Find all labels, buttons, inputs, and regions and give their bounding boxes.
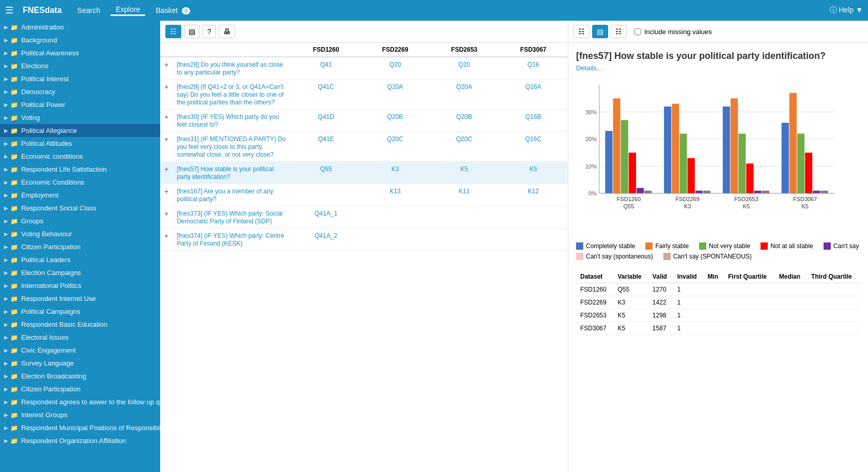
variable-code[interactable]: K5 xyxy=(460,165,468,173)
variable-code[interactable]: Q16 xyxy=(528,61,539,68)
question-link[interactable]: [fnes31] (IF MENTIONED A PARTY) Do you f… xyxy=(177,135,286,158)
sidebar-item-interest-groups[interactable]: ▶ 📁 Interest Groups xyxy=(0,408,160,421)
variable-code[interactable]: Q20A xyxy=(456,83,472,90)
sidebar-item-employment[interactable]: ▶ 📁 Employment xyxy=(0,189,160,202)
question-link[interactable]: [fnes373] (IF YES) Which party: Social D… xyxy=(177,210,283,225)
right-chart-btn[interactable]: ▤ xyxy=(592,25,608,38)
table-row[interactable]: +[fnes30] (IF YES) Which party do you fe… xyxy=(160,110,568,132)
sidebar-item-social-class[interactable]: ▶ 📁 Respondent Social Class xyxy=(0,202,160,215)
sidebar-item-political-power[interactable]: ▶ 📁 Political Power xyxy=(0,98,160,111)
question-link[interactable]: [fnes28] Do you think yourself as close … xyxy=(177,61,283,76)
sidebar-item-administration[interactable]: ▶ 📁 Administration xyxy=(0,21,160,34)
sidebar-item-political-interest[interactable]: ▶ 📁 Political Interest xyxy=(0,72,160,85)
variable-code[interactable]: Q20 xyxy=(389,61,401,68)
variable-code[interactable]: Q20B xyxy=(456,113,472,120)
table-row[interactable]: +[fnes374] (IF YES) Which party: Centre … xyxy=(160,229,568,251)
variable-code[interactable]: Q20B xyxy=(387,113,403,120)
expand-row-btn[interactable]: + xyxy=(164,135,168,143)
table-row[interactable]: +[fnes29] (If Q41=2 or 3, or Q41A=Can't … xyxy=(160,80,568,110)
right-grid-btn[interactable]: ☷ xyxy=(611,25,627,38)
sidebar-item-elections[interactable]: ▶ 📁 Elections xyxy=(0,59,160,72)
variable-code[interactable]: Q16B xyxy=(525,113,541,120)
question-link[interactable]: [fnes167] Are you a member of any politi… xyxy=(177,188,273,203)
sidebar-item-election-campaigns[interactable]: ▶ 📁 Election Campaigns xyxy=(0,266,160,279)
export-btn[interactable]: 🖶 xyxy=(219,25,235,38)
sidebar-item-respondent-agrees[interactable]: ▶ 📁 Respondent agrees to aswer to the fo… xyxy=(0,395,160,408)
sidebar-item-political-leaders[interactable]: ▶ 📁 Political Leaders xyxy=(0,253,160,266)
include-missing-checkbox[interactable] xyxy=(634,28,641,35)
include-missing-label[interactable]: Include missing values xyxy=(634,28,712,36)
help-link[interactable]: ⓘ Help ▼ xyxy=(830,6,863,14)
sidebar-item-political-allegiance[interactable]: ▶ 📁 Political Allegiance xyxy=(0,124,160,137)
variable-code[interactable]: Q20A xyxy=(387,83,403,90)
sidebar-item-life-satisfaction[interactable]: ▶ 📁 Respondent Life Satisfaction xyxy=(0,163,160,176)
sidebar-item-internet-use[interactable]: ▶ 📁 Respondent Internet Use xyxy=(0,292,160,305)
chart-view-btn[interactable]: ▤ xyxy=(184,25,200,38)
question-link[interactable]: [fnes29] (If Q41=2 or 3, or Q41A=Can't s… xyxy=(177,83,284,106)
variable-code[interactable]: Q16C xyxy=(525,135,541,143)
table-row[interactable]: +[fnes167] Are you a member of any polit… xyxy=(160,184,568,206)
sidebar-item-political-awareness[interactable]: ▶ 📁 Political Awareness xyxy=(0,47,160,59)
variable-code[interactable]: K12 xyxy=(528,188,538,195)
variable-code[interactable]: Q41D xyxy=(318,113,334,120)
sidebar-item-survey-language[interactable]: ▶ 📁 Survey Language xyxy=(0,357,160,370)
question-link[interactable]: [fnes57] How stable is your political pa… xyxy=(177,165,273,180)
variable-code[interactable]: Q41C xyxy=(318,83,334,90)
expand-row-btn[interactable]: + xyxy=(164,209,168,218)
sidebar-item-voting-behaviour[interactable]: ▶ 📁 Voting Behaviour xyxy=(0,227,160,240)
sidebar-item-economic-conditions-2[interactable]: ▶ 📁 Economic Conditions xyxy=(0,176,160,189)
variable-code[interactable]: K13 xyxy=(390,188,400,195)
variable-code[interactable]: Q20C xyxy=(387,135,403,143)
variable-code[interactable]: K3 xyxy=(391,165,399,173)
table-row[interactable]: +[fnes373] (IF YES) Which party: Social … xyxy=(160,206,568,229)
sidebar-item-basic-education[interactable]: ▶ 📁 Respondent Basic Education xyxy=(0,318,160,331)
table-view-btn[interactable]: ☷ xyxy=(165,25,181,38)
expand-row-btn[interactable]: + xyxy=(164,187,168,195)
nav-explore[interactable]: Explore xyxy=(111,5,145,16)
hamburger-icon[interactable]: ☰ xyxy=(5,5,13,16)
question-link[interactable]: [fnes30] (IF YES) Which party do you fee… xyxy=(177,113,279,128)
variable-code[interactable]: Q20 xyxy=(458,61,470,68)
sidebar-item-groups[interactable]: ▶ 📁 Groups xyxy=(0,215,160,227)
nav-basket[interactable]: Basket 0 xyxy=(150,4,195,17)
sidebar-item-election-broadcasting[interactable]: ▶ 📁 Election Broadcasting xyxy=(0,370,160,383)
sidebar-item-label: Election Campaigns xyxy=(21,269,81,277)
table-row[interactable]: +[fnes57] How stable is your political p… xyxy=(160,162,568,184)
sidebar-item-economic-conditions-1[interactable]: ▶ 📁 Economic conditions xyxy=(0,150,160,163)
table-row[interactable]: +[fnes31] (IF MENTIONED A PARTY) Do you … xyxy=(160,132,568,162)
expand-icon: ▶ xyxy=(4,24,8,30)
sidebar-item-organization-affiliation[interactable]: ▶ 📁 Respondent Organization Affiliation xyxy=(0,434,160,447)
sidebar-item-citizen-participation-2[interactable]: ▶ 📁 Citizen Participation xyxy=(0,383,160,395)
variable-code[interactable]: K5 xyxy=(530,165,537,173)
expand-row-btn[interactable]: + xyxy=(164,60,168,69)
sidebar-item-political-campaigns[interactable]: ▶ 📁 Political Campaigns xyxy=(0,305,160,318)
sidebar-item-international-politics[interactable]: ▶ 📁 International Politics xyxy=(0,279,160,292)
table-row[interactable]: +[fnes28] Do you think yourself as close… xyxy=(160,57,568,80)
sidebar-item-electoral-issues[interactable]: ▶ 📁 Electoral Issues xyxy=(0,331,160,344)
variable-code[interactable]: K11 xyxy=(459,188,470,195)
sidebar-item-citizen-participation-1[interactable]: ▶ 📁 Citizen Participation xyxy=(0,240,160,253)
sidebar-item-civic-engagement[interactable]: ▶ 📁 Civic Engagement xyxy=(0,344,160,357)
nav-search[interactable]: Search xyxy=(72,6,105,14)
sidebar-item-municipal-positions[interactable]: ▶ 📁 Respondent Municipal Positions of Re… xyxy=(0,421,160,434)
help-btn[interactable]: ? xyxy=(203,25,216,38)
expand-row-btn[interactable]: + xyxy=(164,83,168,91)
sidebar-item-voting[interactable]: ▶ 📁 Voting xyxy=(0,111,160,124)
svg-text:Q55: Q55 xyxy=(623,203,634,209)
variable-code[interactable]: Q55 xyxy=(320,165,332,173)
variable-code[interactable]: Q20C xyxy=(456,135,472,143)
expand-row-btn[interactable]: + xyxy=(164,165,168,173)
sidebar-item-democracy[interactable]: ▶ 📁 Democracy xyxy=(0,85,160,98)
variable-code[interactable]: Q41A_2 xyxy=(315,232,337,239)
variable-code[interactable]: Q41 xyxy=(320,61,332,68)
sidebar-item-background[interactable]: ▶ 📁 Background xyxy=(0,34,160,47)
variable-code[interactable]: Q41A_1 xyxy=(315,210,337,217)
sidebar-item-political-attitudes[interactable]: ▶ 📁 Political Attitudes xyxy=(0,137,160,150)
variable-code[interactable]: Q41E xyxy=(318,135,334,143)
right-table-btn[interactable]: ☷ xyxy=(574,25,590,38)
expand-row-btn[interactable]: + xyxy=(164,232,168,240)
question-link[interactable]: [fnes374] (IF YES) Which party: Centre P… xyxy=(177,232,284,247)
expand-row-btn[interactable]: + xyxy=(164,113,168,121)
variable-code[interactable]: Q16A xyxy=(525,83,541,90)
chart-details-link[interactable]: Details... xyxy=(576,64,860,72)
